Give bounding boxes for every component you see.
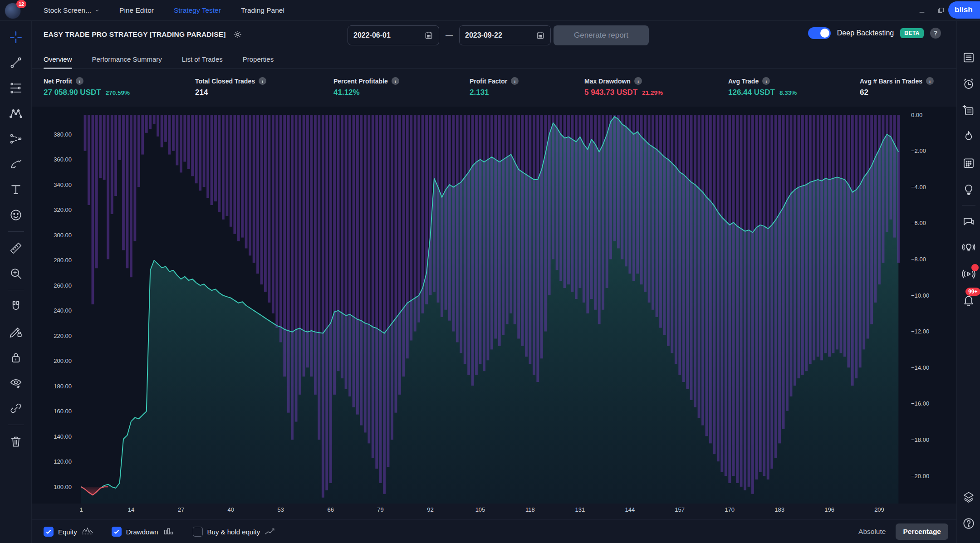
help-sidebar-button[interactable] [960,514,978,533]
alarm-sidebar-button[interactable] [960,75,978,93]
stat-sub-value: 21.29% [642,89,663,96]
lock-icon [9,351,23,364]
svg-text:196: 196 [824,506,834,513]
minimize-icon[interactable] [918,7,926,14]
generate-report-button[interactable]: Generate report [554,25,649,45]
zoom-in-icon [9,267,23,280]
info-icon[interactable]: i [926,77,934,85]
bulb-icon [962,182,975,196]
text-icon [9,183,23,196]
restore-window-icon[interactable] [937,7,945,14]
stat-value: 5 943.73 USDT [584,88,637,97]
drawdown-preview-icon [163,527,175,537]
eye-hide-tool[interactable] [6,373,26,393]
svg-text:−18.00: −18.00 [911,436,929,443]
tab-strategy-tester[interactable]: Strategy Tester [174,6,221,15]
report-tab-overview[interactable]: Overview [44,50,72,68]
stat-sub-value: 270.59% [106,89,130,96]
stat-label: Total Closed Tradesi [195,77,266,85]
date-to-input[interactable]: 2023-09-22 [459,25,551,45]
stream-bulb-sidebar-button[interactable] [960,239,978,257]
flame-sidebar-button[interactable] [960,127,978,146]
equity-checkbox-group[interactable]: Equity [44,527,93,537]
report-tab-performance-summary[interactable]: Performance Summary [92,50,162,68]
info-icon[interactable]: i [259,77,266,85]
window-controls [918,0,945,21]
text-tool[interactable] [6,180,26,200]
stat-value: 2.131 [470,88,489,97]
strategy-settings-button[interactable] [233,30,242,39]
fib-retracement-tool[interactable] [6,78,26,98]
tab-stock-screener[interactable]: Stock Screen... [44,6,99,15]
xabcd-pattern-tool[interactable] [6,103,26,123]
pencil-lock-tool[interactable] [6,322,26,342]
scale-mode-switch: Absolute Percentage [858,520,948,543]
equity-drawdown-chart[interactable]: 380.00360.00340.00320.00300.00280.00260.… [32,107,956,519]
info-icon[interactable]: i [762,77,770,85]
buy-hold-checkbox-group[interactable]: Buy & hold equity [193,527,277,537]
info-icon[interactable]: i [76,77,83,85]
chat-icon [962,215,975,228]
layers-icon [962,490,975,504]
svg-text:160.00: 160.00 [54,408,72,415]
report-tab-properties[interactable]: Properties [243,50,274,68]
alarm-icon [962,77,975,91]
stat-value: 41.12% [333,88,360,97]
tab-pine-editor[interactable]: Pine Editor [119,6,154,15]
bell-sidebar-button[interactable]: 99+ [960,291,978,309]
stat-label: Percent Profitablei [333,77,399,85]
layers-sidebar-button[interactable] [960,488,978,506]
svg-text:27: 27 [178,506,184,513]
watchlist-sidebar-button[interactable] [960,49,978,67]
publish-button[interactable]: blish [948,1,980,19]
notification-count-badge: 99+ [965,288,980,296]
magnet-icon [9,300,23,313]
info-icon[interactable]: i [511,77,519,85]
ruler-tool[interactable] [6,238,26,258]
svg-text:−8.00: −8.00 [911,256,926,263]
chat-sidebar-button[interactable] [960,212,978,230]
emoji-tool[interactable] [6,205,26,225]
trash-icon [9,435,23,448]
svg-text:0.00: 0.00 [911,112,922,118]
deep-backtesting-help-icon[interactable]: ? [930,28,941,39]
projection-tool[interactable] [6,129,26,149]
svg-text:−16.00: −16.00 [911,400,929,407]
tab-trading-panel[interactable]: Trading Panel [241,6,284,15]
svg-text:300.00: 300.00 [54,232,72,239]
info-icon[interactable]: i [634,77,642,85]
bulb-sidebar-button[interactable] [960,180,978,198]
report-tab-list-of-trades[interactable]: List of Trades [182,50,223,68]
magnet-tool[interactable] [6,297,26,317]
svg-text:131: 131 [575,506,585,513]
journal-plus-sidebar-button[interactable] [960,101,978,119]
brush-tool[interactable] [6,154,26,174]
live-play-sidebar-button[interactable] [960,265,978,283]
buy-hold-label: Buy & hold equity [207,528,260,536]
bottom-panel-tabs: Stock Screen... Pine Editor Strategy Tes… [44,0,284,21]
pencil-lock-icon [9,325,23,339]
absolute-mode-button[interactable]: Absolute [858,528,886,536]
drawing-toolbar [0,21,32,543]
trend-line-tool[interactable] [6,53,26,73]
equity-checkbox[interactable] [44,527,54,537]
buy-hold-checkbox[interactable] [193,527,203,537]
user-avatar[interactable]: 12 [4,2,24,20]
drawdown-checkbox[interactable] [112,527,122,537]
drawdown-checkbox-group[interactable]: Drawdown [112,527,175,537]
live-dot-badge [971,264,979,271]
deep-backtesting-toggle[interactable] [808,27,831,39]
calendar-sidebar-button[interactable] [960,154,978,172]
date-from-input[interactable]: 2022-06-01 [348,25,439,45]
calendar-icon [962,156,975,170]
zoom-in-tool[interactable] [6,264,26,284]
trash-tool[interactable] [6,431,26,451]
sidebar-divider [962,205,975,205]
lock-tool[interactable] [6,347,26,367]
percentage-mode-button[interactable]: Percentage [896,523,948,540]
stat-label: Net Profiti [44,77,130,85]
crosshair-tool[interactable] [6,27,26,47]
link-tool[interactable] [6,398,26,418]
beta-badge: BETA [900,28,924,38]
info-icon[interactable]: i [392,77,399,85]
